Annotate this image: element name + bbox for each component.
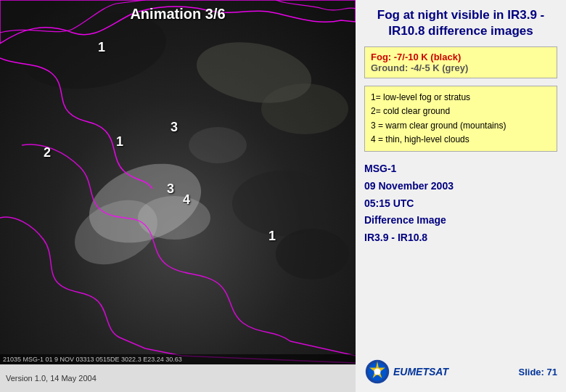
image-label-1a: 1	[98, 40, 105, 55]
image-metadata-bar: 21035 MSG-1 01 9 NOV 03313 0515DE 3022.3…	[0, 354, 356, 364]
version-line: Version 1.0, 14 May 2004	[0, 364, 356, 392]
svg-point-9	[276, 229, 348, 279]
svg-point-4	[189, 127, 247, 163]
eumetsat-logo: EUMETSAT	[364, 359, 448, 385]
slide-number: Slide: 71	[519, 367, 557, 377]
animation-title: Animation 3/6	[0, 6, 356, 23]
region-overlay	[0, 0, 356, 392]
left-panel: Animation 3/6 1 2 1 3 3 4 1 21035 MSG-1 …	[0, 0, 356, 392]
fog-legend-ground: Ground: -4/-5 K (grey)	[371, 62, 551, 73]
meta-line-4: Difference Image	[364, 212, 557, 229]
meta-line-1: MSG-1	[364, 160, 557, 178]
fog-legend-fog: Fog: -7/-10 K (black)	[371, 52, 551, 62]
desc-item-1: 1= low-level fog or stratus	[371, 91, 551, 105]
version-text: Version 1.0, 14 May 2004	[6, 374, 97, 383]
image-label-4: 4	[183, 192, 190, 208]
meta-line-5: IR3.9 - IR10.8	[364, 229, 557, 247]
image-label-1b: 1	[116, 134, 123, 150]
eumetsat-label: EUMETSAT	[393, 366, 448, 377]
desc-item-4: 4 = thin, high-level clouds	[371, 133, 551, 147]
eumetsat-icon	[364, 359, 390, 385]
svg-point-8	[232, 171, 334, 236]
svg-point-6	[261, 83, 348, 134]
fog-legend-box: Fog: -7/-10 K (black) Ground: -4/-5 K (g…	[364, 46, 557, 78]
descriptions-box: 1= low-level fog or stratus 2= cold clea…	[364, 86, 557, 152]
bottom-right-bar: EUMETSAT Slide: 71	[364, 359, 557, 385]
meta-info: MSG-1 09 November 2003 05:15 UTC Differe…	[364, 160, 557, 247]
meta-line-3: 05:15 UTC	[364, 195, 557, 213]
desc-item-3: 3 = warm clear ground (mountains)	[371, 119, 551, 133]
image-label-1c: 1	[268, 229, 276, 244]
image-label-3a: 3	[171, 120, 178, 135]
desc-item-2: 2= cold clear ground	[371, 105, 551, 118]
meta-line-2: 09 November 2003	[364, 178, 557, 195]
image-label-3b: 3	[167, 181, 174, 197]
image-label-2: 2	[44, 145, 51, 160]
right-panel: Fog at night visible in IR3.9 - IR10.8 d…	[356, 0, 566, 392]
image-meta-text: 21035 MSG-1 01 9 NOV 03313 0515DE 3022.3…	[3, 356, 182, 363]
svg-point-3	[138, 196, 210, 240]
svg-point-13	[374, 369, 381, 375]
main-title: Fog at night visible in IR3.9 - IR10.8 d…	[364, 7, 557, 39]
